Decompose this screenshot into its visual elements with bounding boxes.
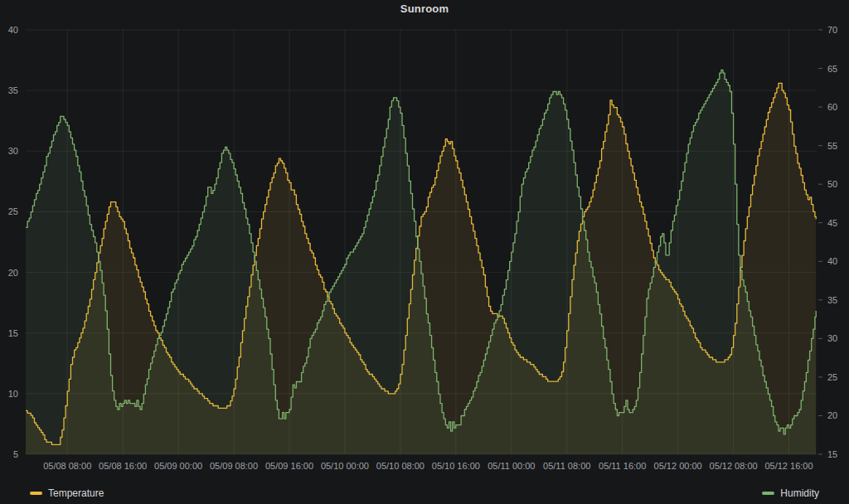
x-tick-label: 05/10 16:00 — [432, 461, 480, 471]
y-left-tick-label: 25 — [8, 206, 18, 216]
x-tick-label: 05/08 08:00 — [43, 461, 91, 471]
y-right-tick-label: 25 — [827, 372, 837, 382]
legend-item-temperature[interactable]: Temperature — [30, 487, 104, 499]
x-tick-label: 05/11 00:00 — [488, 461, 535, 471]
y-right-tick-label: 55 — [827, 141, 837, 151]
y-left-tick-label: 5 — [13, 449, 18, 459]
x-tick-label: 05/10 00:00 — [321, 461, 369, 471]
y-right-tick-label: 70 — [827, 25, 837, 35]
time-series-chart[interactable]: 5101520253035401520253035404550556065700… — [0, 0, 849, 504]
legend: Temperature Humidity — [0, 484, 849, 502]
y-right-tick-label: 40 — [827, 256, 837, 266]
x-tick-label: 05/12 08:00 — [710, 461, 758, 471]
humidity-series-swatch — [762, 492, 774, 495]
y-left-tick-label: 10 — [8, 389, 18, 399]
x-tick-label: 05/10 08:00 — [376, 461, 424, 471]
y-left-tick-label: 30 — [8, 146, 18, 156]
x-tick-label: 05/11 16:00 — [599, 461, 646, 471]
y-right-tick-label: 60 — [827, 102, 837, 112]
y-right-tick-label: 30 — [827, 333, 837, 343]
y-left-tick-label: 35 — [8, 85, 18, 95]
grafana-graph-panel: Sunroom 51015202530354015202530354045505… — [0, 0, 849, 504]
legend-label-temperature[interactable]: Temperature — [48, 487, 104, 499]
x-tick-label: 05/09 16:00 — [265, 461, 313, 471]
y-right-tick-label: 20 — [827, 410, 837, 420]
x-tick-label: 05/12 16:00 — [764, 461, 813, 471]
y-right-tick-label: 65 — [827, 64, 837, 74]
y-right-tick-label: 50 — [827, 179, 837, 189]
temperature-series-swatch — [30, 492, 42, 495]
x-tick-label: 05/09 00:00 — [154, 461, 202, 471]
x-tick-label: 05/08 16:00 — [99, 461, 147, 471]
x-tick-label: 05/09 08:00 — [210, 461, 258, 471]
y-left-tick-label: 20 — [8, 268, 18, 278]
y-left-tick-label: 40 — [8, 25, 18, 35]
y-right-tick-label: 15 — [827, 449, 837, 459]
y-right-tick-label: 35 — [827, 295, 837, 305]
legend-item-humidity[interactable]: Humidity — [762, 487, 819, 499]
x-tick-label: 05/11 08:00 — [543, 461, 590, 471]
y-right-tick-label: 45 — [827, 218, 837, 228]
y-left-tick-label: 15 — [8, 328, 18, 338]
x-tick-label: 05/12 00:00 — [654, 461, 702, 471]
legend-label-humidity[interactable]: Humidity — [780, 487, 819, 499]
